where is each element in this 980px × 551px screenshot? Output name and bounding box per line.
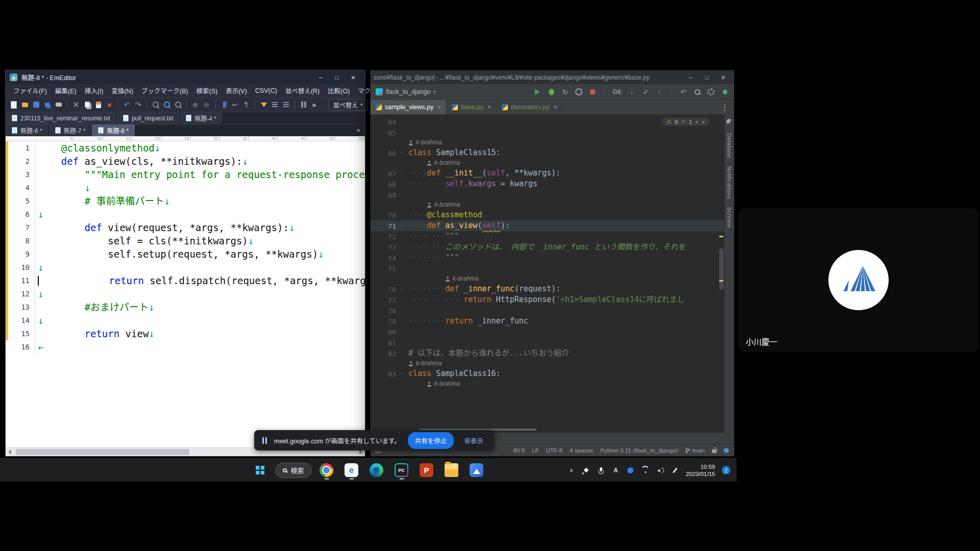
menu-item[interactable]: ファイル(F) — [10, 85, 51, 96]
fold-icon[interactable]: − — [400, 168, 403, 179]
taskbar-clock[interactable]: 10:59 2023/01/15 — [685, 463, 715, 478]
macro-play-icon[interactable] — [310, 100, 320, 110]
volume-icon[interactable] — [656, 466, 664, 474]
update-project-button[interactable] — [628, 88, 636, 96]
hide-banner-button[interactable]: 非表示 — [461, 433, 486, 448]
profiler-button[interactable] — [575, 88, 583, 96]
sort-button[interactable]: 並べ替え — [328, 99, 368, 111]
search-everywhere-button[interactable] — [693, 88, 701, 96]
close-button[interactable] — [346, 72, 361, 83]
zoom-in-icon[interactable] — [190, 100, 200, 110]
tool-window-label-notifications[interactable]: Notifications — [726, 166, 732, 199]
undo-icon[interactable] — [122, 100, 132, 110]
menu-item[interactable]: 表示(V) — [222, 85, 251, 96]
close-tab-button[interactable]: × — [352, 124, 365, 136]
editor-tab[interactable]: sample_views.py× — [371, 100, 447, 114]
sort-ascending-icon[interactable] — [270, 100, 280, 110]
stop-button[interactable] — [589, 88, 597, 96]
explorer-icon[interactable] — [442, 460, 462, 481]
notification-dot-icon[interactable] — [724, 448, 729, 453]
editor-tab[interactable]: 無題-4 * — [180, 112, 223, 124]
replace-icon[interactable] — [162, 100, 172, 110]
wrap-icon[interactable] — [230, 100, 240, 110]
rollback-button[interactable] — [679, 88, 688, 96]
encoding-indicator[interactable]: UTF-8 — [546, 447, 562, 454]
push-button[interactable] — [655, 88, 664, 96]
close-button[interactable] — [716, 72, 731, 83]
minimize-button[interactable] — [313, 72, 328, 83]
vscroll-thumb[interactable] — [719, 248, 724, 290]
chrome-icon[interactable] — [316, 460, 337, 481]
fold-icon[interactable]: − — [400, 147, 403, 158]
print-icon[interactable] — [54, 100, 63, 110]
next-problem-arrow[interactable]: ∨ — [701, 119, 705, 124]
find-in-files-icon[interactable] — [173, 100, 183, 110]
zoom-out-icon[interactable] — [202, 100, 211, 110]
bookmark-icon[interactable] — [219, 100, 229, 110]
editor-tab[interactable]: 無題-8 * — [92, 124, 135, 136]
find-icon[interactable] — [151, 100, 160, 110]
wifi-icon[interactable] — [641, 466, 649, 474]
close-tab-icon[interactable]: × — [437, 104, 441, 111]
compare-icon[interactable] — [299, 100, 308, 110]
stripe-warning-mark[interactable] — [719, 236, 723, 237]
prev-problem-arrow[interactable]: ∧ — [695, 119, 699, 124]
hscroll-thumb[interactable] — [16, 449, 189, 455]
emeditor-icon[interactable] — [341, 460, 362, 481]
copy-icon[interactable] — [82, 100, 92, 110]
special-chars-icon[interactable] — [241, 100, 251, 110]
pen-icon[interactable] — [671, 466, 679, 474]
menu-item[interactable]: ブックマーク(B) — [138, 85, 192, 96]
menu-item[interactable]: 挿入(I) — [81, 85, 107, 96]
sort-descending-icon[interactable] — [281, 100, 291, 110]
menu-item[interactable]: 編集(E) — [52, 85, 80, 96]
editor-tab[interactable]: pull_request.txt — [117, 112, 180, 124]
git-branch-indicator[interactable]: main — [685, 447, 705, 454]
menu-item[interactable]: 比較(O) — [324, 85, 353, 96]
menu-item[interactable]: 並べ替え(R) — [282, 85, 323, 96]
close-tab-icon[interactable]: × — [487, 104, 491, 111]
taskbar-search[interactable]: 検索 — [275, 463, 311, 478]
pycharm-editor-area[interactable]: 6465k-brahma66−class SampleClass15:k-bra… — [371, 115, 724, 433]
fold-icon[interactable]: − — [400, 368, 403, 379]
filter-icon[interactable] — [259, 100, 268, 110]
indent-indicator[interactable]: 4 spaces — [570, 447, 593, 454]
stop-sharing-button[interactable]: 共有を停止 — [408, 432, 454, 449]
fold-icon[interactable]: − — [400, 284, 403, 294]
menu-item[interactable]: 検索(S) — [192, 85, 221, 96]
dropbox-icon[interactable] — [582, 466, 590, 474]
github-copilot-icon[interactable] — [726, 119, 732, 125]
save-icon[interactable] — [31, 100, 41, 110]
tool-window-label-database[interactable]: Database — [726, 133, 732, 158]
start-button[interactable] — [250, 460, 270, 481]
line-ending-indicator[interactable]: LF — [532, 447, 538, 454]
editor-tab[interactable]: base.py× — [447, 100, 497, 114]
maximize-button[interactable] — [329, 72, 345, 83]
scroll-left-arrow[interactable] — [8, 449, 11, 455]
run-button[interactable] — [533, 88, 542, 96]
participant-tile[interactable]: 小川慶一 — [739, 208, 978, 352]
pycharm-icon[interactable] — [391, 460, 412, 481]
new-file-icon[interactable] — [9, 100, 18, 110]
commit-button[interactable] — [642, 88, 650, 96]
delete-icon[interactable] — [105, 100, 114, 110]
chevron-up-icon[interactable] — [567, 466, 575, 474]
caret-position[interactable]: 80:9 — [513, 447, 525, 454]
cut-icon[interactable] — [71, 100, 81, 110]
redo-icon[interactable] — [133, 100, 143, 110]
open-folder-icon[interactable] — [20, 100, 30, 110]
ime-indicator[interactable]: A — [611, 466, 620, 474]
tool-window-label-sciview[interactable]: SciView — [726, 207, 732, 228]
menu-item[interactable]: 変換(N) — [108, 85, 136, 96]
settings-button[interactable] — [707, 88, 715, 96]
editor-tab[interactable]: 230115_live_seminar_resume.txt — [6, 112, 117, 124]
interpreter-indicator[interactable]: Python 3.11 (flask_to_django) — [600, 447, 678, 454]
status-dot-icon[interactable] — [626, 466, 634, 474]
tab-options-kebab-icon[interactable] — [716, 100, 734, 114]
project-selector[interactable]: flask_to_django — [376, 88, 436, 95]
notification-count-badge[interactable]: 2 — [722, 466, 730, 474]
copilot-status-icon[interactable] — [721, 88, 729, 96]
photos-icon[interactable] — [467, 460, 487, 481]
debug-button[interactable] — [547, 88, 555, 96]
minimize-button[interactable] — [683, 72, 698, 83]
